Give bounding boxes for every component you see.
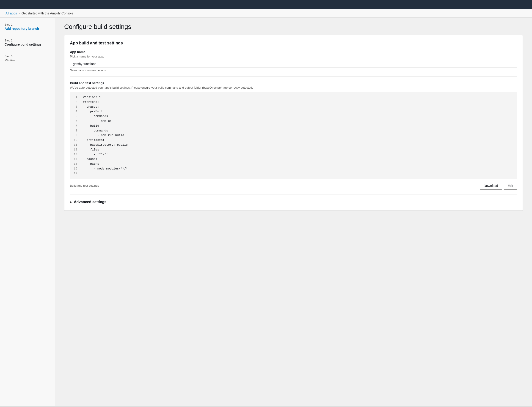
card-section-title: App build and test settings [70,41,517,46]
section-divider [70,77,517,77]
app-name-note: Name cannot contain periods [70,69,517,72]
app-name-hint: Pick a name for your app. [70,55,517,58]
step-2-label: Configure build settings [5,43,50,46]
breadcrumb: All apps › Get started with the Amplify … [0,9,532,18]
sidebar-step-2: Step 2 Configure build settings [5,39,50,46]
breadcrumb-all-apps[interactable]: All apps [6,11,17,15]
code-lines: version: 1 frontend: phases: preBuild: c… [79,92,131,179]
build-settings-section: Build and test settings We've auto-detec… [70,81,517,190]
line-numbers: 1 2 3 4 5 6 7 8 9 10 11 12 13 [70,92,79,179]
sidebar-step-1[interactable]: Step 1 Add repository branch [5,23,50,31]
breadcrumb-separator: › [19,12,20,15]
build-settings-hint: We've auto-detected your app's build set… [70,86,517,89]
advanced-settings-toggle[interactable]: ▶ Advanced settings [70,199,517,205]
footer-buttons: Download Edit [480,182,517,190]
app-name-field: App name Pick a name for your app. Name … [70,50,517,72]
build-settings-label: Build and test settings [70,81,517,85]
code-editor: 1 2 3 4 5 6 7 8 9 10 11 12 13 [70,92,517,179]
advanced-toggle-label: Advanced settings [74,200,106,204]
download-button[interactable]: Download [480,182,502,190]
edit-button[interactable]: Edit [504,182,517,190]
sidebar-step-3: Step 3 Review [5,55,50,62]
step-2-divider [5,51,50,51]
code-content: 1 2 3 4 5 6 7 8 9 10 11 12 13 [70,92,517,179]
breadcrumb-current: Get started with the Amplify Console [22,11,73,15]
step-1-number: Step 1 [5,23,50,26]
app-name-input[interactable] [70,60,517,68]
page-title: Configure build settings [64,23,523,31]
advanced-toggle-icon: ▶ [70,200,72,204]
step-2-number: Step 2 [5,39,50,42]
sidebar: Step 1 Add repository branch Step 2 Conf… [0,18,55,406]
step-1-label: Add repository branch [5,27,50,31]
step-3-label: Review [5,58,50,62]
content-area: Configure build settings App build and t… [55,18,532,406]
main-card: App build and test settings App name Pic… [64,35,523,211]
step-3-number: Step 3 [5,55,50,58]
build-settings-footer-label: Build and test settings [70,184,99,187]
build-settings-footer: Build and test settings Download Edit [70,182,517,190]
advanced-divider [70,194,517,195]
step-1-divider [5,35,50,35]
app-name-label: App name [70,50,517,54]
top-bar [0,0,532,9]
